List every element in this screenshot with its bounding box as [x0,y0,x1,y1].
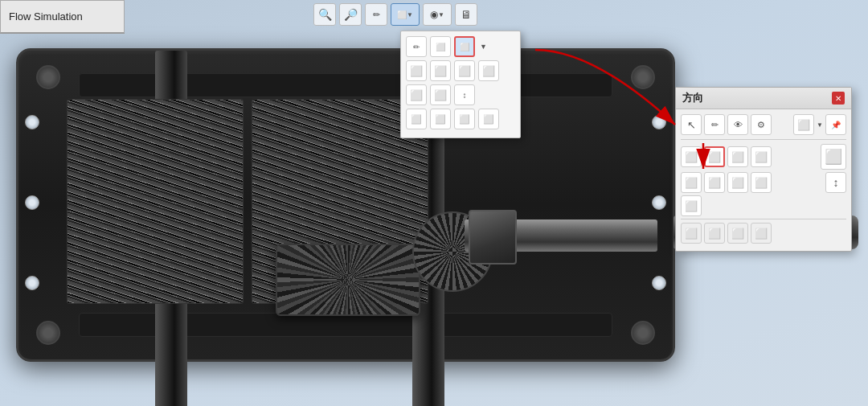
panel-cube-top[interactable]: ⬜ [727,146,748,167]
panel-grid-row-1: ⬜ ⬜ ⬜ ⬜ ⬜ [681,144,846,170]
panel-pin-icon[interactable]: 📌 [825,114,846,135]
panel-gear-icon[interactable]: ⚙ [751,114,772,135]
panel-sq4[interactable]: ⬜ [751,223,772,244]
view-cube-button[interactable]: ⬜ ▼ [391,3,420,26]
display-mode-icon[interactable]: 🖥 [455,3,477,26]
panel-cube-front[interactable]: ⬜ [681,146,702,167]
pencil-icon[interactable]: ✏ [365,3,387,26]
panel-cube-bottom[interactable]: ⬜ [681,195,702,216]
mount-hole-left-bot [25,276,39,290]
mount-hole-right-bot [652,276,666,290]
popup-row-4: ⬜ ⬜ ⬜ ⬜ [406,109,515,129]
title-bar: Flow Simulation [0,0,125,34]
mount-hole-left-mid [25,195,39,210]
panel-arrow-down[interactable]: ↕ [825,172,846,193]
panel-cursor-icon[interactable]: ↖ [681,114,702,135]
popup-sq2[interactable]: ⬜ [430,109,451,129]
panel-grid-row-2: ⬜ ⬜ ⬜ ⬜ ↕ [681,172,846,193]
corner-hole-tl [36,65,60,89]
panel-cube-highlighted[interactable]: ⬜ [704,146,725,167]
panel-cube-iso4[interactable]: ⬜ [751,172,772,193]
mount-hole-left-top [25,115,39,129]
popup-cube-tl[interactable]: ⬜ [406,60,427,81]
gear-housing [16,48,675,362]
view-popup: ✏ ⬜ ⬜ ▼ ⬜ ⬜ ⬜ ⬜ ⬜ ⬜ ↕ ⬜ ⬜ ⬜ ⬜ [400,31,521,138]
direction-panel-title-label: 方向 [682,91,703,105]
search-icon[interactable]: 🔍 [313,3,336,26]
corner-hole-tr [631,65,655,89]
search2-icon[interactable]: 🔎 [339,3,362,26]
panel-cube-3d-large[interactable]: ⬜ [821,144,846,170]
corner-hole-br [631,321,655,345]
popup-cube-tr[interactable]: ⬜ [454,60,475,81]
helical-gear-left [67,99,244,304]
mount-hole-right-top [652,115,666,129]
popup-icon-cube-highlight[interactable]: ⬜ [454,36,475,57]
popup-cube-tr2[interactable]: ⬜ [478,60,499,81]
panel-sq2[interactable]: ⬜ [704,223,725,244]
panel-spacer [774,114,791,135]
app-title: Flow Simulation [9,10,83,23]
popup-cube-bm[interactable]: ⬜ [430,84,451,105]
panel-cube-right[interactable]: ⬜ [751,146,772,167]
connector-block [469,210,517,265]
direction-panel-body: ↖ ✏ 👁 ⚙ ⬜ ▼ 📌 ⬜ ⬜ ⬜ ⬜ ⬜ ⬜ ⬜ ⬜ ⬜ ↕ [676,109,851,251]
direction-panel-toolbar: ↖ ✏ 👁 ⚙ ⬜ ▼ 📌 [681,114,846,140]
mount-hole-right-mid [652,195,666,210]
corner-hole-bl [36,321,60,345]
popup-row-3: ⬜ ⬜ ↕ [406,84,515,105]
popup-cube-bl[interactable]: ⬜ [406,84,427,105]
panel-sq3[interactable]: ⬜ [727,223,748,244]
popup-cube-tm[interactable]: ⬜ [430,60,451,81]
main-toolbar: 🔍 🔎 ✏ ⬜ ▼ ◉ ▼ 🖥 [313,3,477,26]
panel-cube-iso2[interactable]: ⬜ [704,172,725,193]
popup-row-2: ⬜ ⬜ ⬜ ⬜ [406,60,515,81]
panel-cube-iso3[interactable]: ⬜ [727,172,748,193]
panel-eye-icon[interactable]: 👁 [727,114,748,135]
popup-sq3[interactable]: ⬜ [454,109,475,129]
popup-sq4[interactable]: ⬜ [478,109,499,129]
popup-cube-br[interactable]: ↕ [454,84,475,105]
panel-cube3d-icon[interactable]: ⬜ [793,114,814,135]
panel-grid-row-4: ⬜ ⬜ ⬜ ⬜ [681,219,846,244]
bevel-gear [276,244,420,316]
panel-cube-iso1[interactable]: ⬜ [681,172,702,193]
direction-panel-title-bar: 方向 ✕ [676,88,851,109]
panel-pencil-icon[interactable]: ✏ [704,114,725,135]
popup-icon-cube-single[interactable]: ⬜ [430,36,451,57]
orientation-button[interactable]: ◉ ▼ [423,3,452,26]
direction-panel-close[interactable]: ✕ [832,92,845,105]
panel-grid-row-3: ⬜ [681,195,846,216]
popup-sq1[interactable]: ⬜ [406,109,427,129]
popup-icon-pencil[interactable]: ✏ [406,36,427,57]
popup-row-1: ✏ ⬜ ⬜ ▼ [406,36,515,57]
direction-panel: 方向 ✕ ↖ ✏ 👁 ⚙ ⬜ ▼ 📌 ⬜ ⬜ ⬜ ⬜ ⬜ ⬜ ⬜ ⬜ ⬜ [675,87,852,252]
panel-sq1[interactable]: ⬜ [681,223,702,244]
